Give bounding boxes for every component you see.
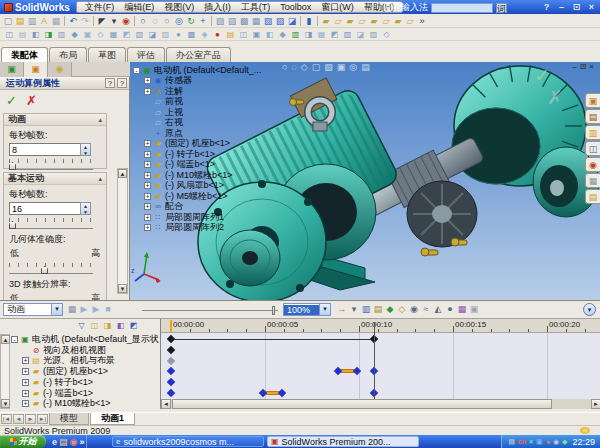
- feature-tree-row-5[interactable]: ▱右视: [133, 118, 283, 129]
- feature-tree-row-6[interactable]: +原点: [133, 128, 283, 139]
- key-point[interactable]: [167, 335, 175, 343]
- add-key[interactable]: ◇: [396, 303, 408, 315]
- expand-box[interactable]: +: [22, 357, 29, 364]
- tool-1[interactable]: ◫: [3, 29, 16, 40]
- basic-motion-group-header[interactable]: 基本运动 ▴: [4, 173, 106, 185]
- rotate-view[interactable]: ↻: [185, 15, 197, 27]
- gravity[interactable]: ●: [444, 303, 456, 315]
- task-button-1[interactable]: ▣SolidWorks Premium 200...: [267, 436, 419, 447]
- appearances-tab[interactable]: ◉: [585, 157, 600, 172]
- animation-group-header[interactable]: 动画 ▴: [4, 114, 106, 126]
- dropdown-arrow-icon[interactable]: ▼: [51, 304, 62, 315]
- pushpin-button[interactable]: ?: [105, 78, 115, 88]
- slider-thumb[interactable]: [9, 221, 16, 229]
- assembly-features[interactable]: ▱: [380, 15, 392, 27]
- tool-29[interactable]: ▨: [367, 29, 380, 40]
- expand-box[interactable]: +: [22, 400, 29, 407]
- featuremanager-tab[interactable]: ▣: [0, 62, 24, 77]
- tool-13[interactable]: ▨: [159, 29, 172, 40]
- tool-17[interactable]: ●: [211, 29, 224, 40]
- slider-thumb[interactable]: [272, 306, 275, 315]
- menu-item-1[interactable]: 编辑(E): [119, 1, 159, 14]
- toolbox-tab[interactable]: ▤: [585, 109, 600, 124]
- tray-app4[interactable]: ◆: [562, 435, 567, 448]
- save-animation[interactable]: ▥: [360, 303, 372, 315]
- expand-box[interactable]: +: [144, 77, 151, 84]
- expand-box[interactable]: +: [144, 203, 151, 210]
- open[interactable]: ▤: [14, 15, 26, 27]
- spinner-buttons[interactable]: ▲▼: [80, 202, 91, 215]
- feature-tree-row-4[interactable]: ▱上视: [133, 107, 283, 118]
- tool-2[interactable]: ▤: [16, 29, 29, 40]
- play[interactable]: ▶: [90, 303, 102, 315]
- spinner-buttons[interactable]: ▲▼: [80, 143, 91, 156]
- feature-tree-row-0[interactable]: -▣电动机 (Default<Default_...: [133, 65, 283, 76]
- tool-24[interactable]: ◨: [302, 29, 315, 40]
- collapse-box[interactable]: -: [11, 336, 18, 343]
- motion-tree-row-3[interactable]: +▰(固定) 机座b<1>: [11, 366, 159, 377]
- timeline-hscrollbar[interactable]: ◄ ►: [161, 399, 600, 409]
- tool-6[interactable]: ◆: [68, 29, 81, 40]
- panel-scrollbar[interactable]: ▲ ▼: [117, 168, 128, 294]
- internet-explorer-icon[interactable]: e: [52, 437, 57, 447]
- tray-app3[interactable]: ◉: [553, 435, 559, 448]
- timeline-ruler[interactable]: 00:00:0000:00:0500:00:1000:00:1500:00:20: [161, 319, 600, 333]
- slider-thumb[interactable]: [9, 162, 16, 170]
- filter-driving[interactable]: ◨: [101, 320, 114, 331]
- explorer-icon[interactable]: ▤: [59, 437, 68, 447]
- motion-tree-scrollbar[interactable]: ▲ ▼: [0, 334, 10, 409]
- linear-pattern[interactable]: ▰: [344, 15, 356, 27]
- tool-21[interactable]: ◧: [263, 29, 276, 40]
- scroll-right-arrow[interactable]: ►: [591, 399, 600, 409]
- tab-草图[interactable]: 草图: [88, 47, 126, 62]
- stop[interactable]: ■: [102, 303, 114, 315]
- feature-tree-row-15[interactable]: +∷局部圆周阵列2: [133, 223, 283, 234]
- scroll-up-arrow[interactable]: ▲: [1, 335, 10, 344]
- expand-box[interactable]: +: [144, 224, 151, 231]
- feature-tree-row-10[interactable]: +▰(-) M10螺栓b<1>: [133, 170, 283, 181]
- file-explorer-tab[interactable]: ▥: [585, 125, 600, 140]
- office-products-tab[interactable]: ▣: [585, 93, 600, 108]
- doc-minimize-button[interactable]: –: [572, 62, 576, 71]
- exploded-view[interactable]: ▮: [303, 15, 315, 27]
- help-button[interactable]: ?: [117, 78, 127, 88]
- feature-tree-row-11[interactable]: +▰(-) 风扇罩b<1>: [133, 181, 283, 192]
- doc-restore-button[interactable]: ⊡: [580, 62, 587, 71]
- zoom-fit[interactable]: ○: [137, 15, 149, 27]
- tool-30[interactable]: ◇: [380, 29, 393, 40]
- filter-selected[interactable]: ◧: [114, 320, 127, 331]
- quick-tips-icon[interactable]: [580, 427, 590, 434]
- tool-28[interactable]: ◪: [354, 29, 367, 40]
- zoom-area[interactable]: ◌: [149, 15, 161, 27]
- menu-item-3[interactable]: 插入(I): [199, 1, 236, 14]
- restore-button[interactable]: ⊡: [571, 1, 582, 13]
- tool-25[interactable]: ▦: [315, 29, 328, 40]
- feature-tree-row-2[interactable]: +A注解: [133, 86, 283, 97]
- tool-5[interactable]: ▥: [55, 29, 68, 40]
- motion-tree-row-4[interactable]: +▰(-) 转子b<1>: [11, 377, 159, 388]
- playback-mode[interactable]: →: [336, 303, 348, 315]
- tool-23[interactable]: ▥: [289, 29, 302, 40]
- appearances-icon[interactable]: ◎: [349, 62, 357, 72]
- calculate[interactable]: ▦: [66, 303, 78, 315]
- smart-fasteners[interactable]: ▱: [356, 15, 368, 27]
- basic-fps-input[interactable]: [9, 202, 91, 215]
- section-view-icon[interactable]: ◇: [301, 62, 308, 72]
- feature-tree-row-13[interactable]: +∞配合: [133, 202, 283, 213]
- timeline-zoom-slider[interactable]: [142, 310, 278, 311]
- sheet-tab-动画1[interactable]: 动画1: [90, 413, 135, 425]
- tool-19[interactable]: ◫: [237, 29, 250, 40]
- tool-7[interactable]: ▣: [81, 29, 94, 40]
- section-view[interactable]: ◪: [286, 15, 298, 27]
- expand-box[interactable]: +: [144, 214, 151, 221]
- basic-fps-slider[interactable]: [9, 218, 93, 229]
- expand-box[interactable]: +: [144, 182, 151, 189]
- propertymanager-tab[interactable]: ▣: [24, 62, 48, 77]
- tool-11[interactable]: ▧: [133, 29, 146, 40]
- feature-tree-row-3[interactable]: ▱前视: [133, 97, 283, 108]
- contact[interactable]: ◭: [432, 303, 444, 315]
- tool-4[interactable]: ◨: [42, 29, 55, 40]
- geometry-accuracy-slider[interactable]: [9, 263, 93, 274]
- animation-fps-slider[interactable]: [9, 159, 93, 170]
- view-right[interactable]: ▦: [250, 15, 262, 27]
